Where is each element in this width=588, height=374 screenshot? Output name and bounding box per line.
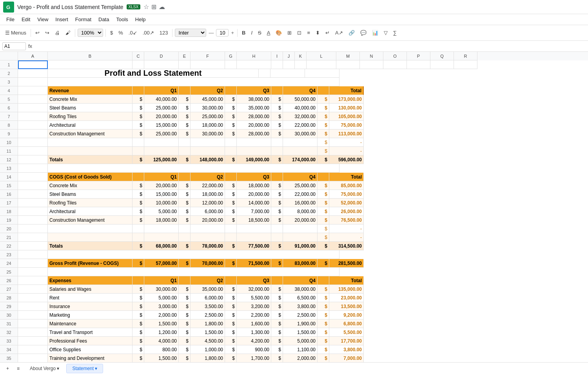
col-header-j[interactable]: J <box>283 52 295 60</box>
cloud-icon[interactable]: ☁ <box>159 3 165 11</box>
rev-row2-total[interactable]: 130,000.00 <box>329 104 364 112</box>
cell-title[interactable]: Profit and Loss Statement <box>48 69 259 78</box>
zoom-selector[interactable]: 100% 75% 50% 150% <box>78 29 103 37</box>
menu-data[interactable]: Data <box>95 15 112 24</box>
decimal-inc-button[interactable]: .00↗ <box>141 29 156 37</box>
sheet-menu-button[interactable]: ≡ <box>14 365 23 372</box>
rev-total-q3[interactable]: 149,000.00 <box>237 155 271 164</box>
percent-button[interactable]: % <box>116 29 125 37</box>
text-color-button[interactable]: A <box>265 29 272 37</box>
col-header-k[interactable]: K <box>295 52 307 60</box>
q3-header[interactable]: Q3 <box>237 86 271 95</box>
menu-help[interactable]: Help <box>132 15 149 24</box>
bold-button[interactable]: B <box>240 29 247 37</box>
paint-format-button[interactable]: 🖌 <box>64 29 73 37</box>
italic-button[interactable]: I <box>249 29 254 37</box>
rev-row1-q3[interactable]: 38,000.00 <box>237 95 271 104</box>
col-header-o[interactable]: O <box>383 52 407 60</box>
rev-total-q2[interactable]: 148,000.00 <box>191 155 225 164</box>
rev-row2-name[interactable]: Steel Beams <box>48 104 132 112</box>
wrap-button[interactable]: ↵ <box>323 29 332 37</box>
cell-f2[interactable] <box>259 69 270 78</box>
cell-q1[interactable] <box>430 60 454 69</box>
merge-button[interactable]: ⊡ <box>295 29 303 37</box>
cell-j1[interactable] <box>283 60 295 69</box>
cell-a2[interactable] <box>18 69 48 78</box>
print-button[interactable]: 🖨 <box>53 29 62 37</box>
cell-r1[interactable] <box>454 60 477 69</box>
cell-f1[interactable] <box>191 60 225 69</box>
menu-insert[interactable]: Insert <box>52 15 71 24</box>
menu-format[interactable]: Format <box>72 15 94 24</box>
font-size-increase[interactable]: + <box>231 30 234 36</box>
col-header-g[interactable]: G <box>225 52 237 60</box>
menu-view[interactable]: View <box>34 15 51 24</box>
cell-h1[interactable] <box>237 60 271 69</box>
menu-tools[interactable]: Tools <box>113 15 131 24</box>
col-header-n[interactable]: N <box>360 52 383 60</box>
menu-edit[interactable]: Edit <box>18 15 33 24</box>
menus-button[interactable]: ☰ Menus <box>3 29 28 37</box>
col-header-p[interactable]: P <box>407 52 430 60</box>
cell-d1[interactable] <box>144 60 179 69</box>
gross-profit-q4[interactable]: 83,000.00 <box>283 259 318 268</box>
rev-total-q1[interactable]: 125,000.00 <box>144 155 179 164</box>
formula-input[interactable] <box>34 43 586 49</box>
rev-row1-total[interactable]: 173,000.00 <box>329 95 364 104</box>
chart-button[interactable]: 📊 <box>370 29 380 37</box>
col-header-i[interactable]: I <box>271 52 283 60</box>
filter-button[interactable]: ▽ <box>382 29 390 37</box>
cell-c1[interactable] <box>132 60 144 69</box>
gross-profit-label[interactable]: Gross Profit (Revenue - COGS) <box>48 259 132 268</box>
col-header-m[interactable]: M <box>336 52 360 60</box>
gross-profit-total[interactable]: 281,500.00 <box>329 259 364 268</box>
sheet-tab-about-vergo[interactable]: About Vergo ▾ <box>24 364 65 373</box>
font-selector[interactable]: Inter Arial Times New Roman <box>175 29 206 37</box>
cogs-header[interactable]: COGS (Cost of Goods Sold) <box>48 173 132 181</box>
sheet-scroll[interactable]: A B C D E F G H I J K L M N O P Q R 1 <box>0 52 588 362</box>
gross-profit-q2[interactable]: 70,000.00 <box>191 259 225 268</box>
font-size-decrease[interactable]: — <box>209 30 214 36</box>
cell-b1[interactable] <box>48 60 132 69</box>
col-header-d[interactable]: D <box>144 52 179 60</box>
currency-button[interactable]: $ <box>108 29 115 37</box>
cell-p1[interactable] <box>407 60 430 69</box>
col-header-h[interactable]: H <box>237 52 271 60</box>
col-header-q[interactable]: Q <box>430 52 454 60</box>
strikethrough-button[interactable]: S <box>256 29 263 37</box>
redo-button[interactable]: ↪ <box>43 29 51 37</box>
gross-profit-q3[interactable]: 71,500.00 <box>237 259 271 268</box>
rev-row2-q2[interactable]: 30,000.00 <box>191 104 225 112</box>
function-button[interactable]: ∑ <box>391 29 399 37</box>
col-header-b[interactable]: B <box>48 52 132 60</box>
rev-row1-name[interactable]: Concrete Mix <box>48 95 132 104</box>
decimal-dec-button[interactable]: .0↙ <box>127 29 139 37</box>
col-header-f[interactable]: F <box>191 52 225 60</box>
revenue-header[interactable]: Revenue <box>48 86 132 95</box>
valign-button[interactable]: ⬍ <box>314 29 322 37</box>
rev-row2-q3[interactable]: 35,000.00 <box>237 104 271 112</box>
cell-reference-input[interactable] <box>2 42 26 50</box>
rev-row1-q2[interactable]: 45,000.00 <box>191 95 225 104</box>
menu-file[interactable]: File <box>3 15 18 24</box>
text-rotation-button[interactable]: A↗ <box>333 29 345 37</box>
borders-button[interactable]: ⊞ <box>285 29 294 37</box>
col-header-e[interactable]: E <box>179 52 191 60</box>
cell-h2[interactable] <box>305 69 339 78</box>
rev-row2-q4[interactable]: 40,000.00 <box>283 104 318 112</box>
rev-row2-q1[interactable]: 25,000.00 <box>144 104 179 112</box>
col-header-c[interactable]: C <box>132 52 144 60</box>
q4-header[interactable]: Q4 <box>283 86 318 95</box>
cell-g1[interactable] <box>225 60 237 69</box>
link-button[interactable]: 🔗 <box>347 29 357 37</box>
cell-m1[interactable] <box>336 60 360 69</box>
rev-total-total[interactable]: 596,000.00 <box>329 155 364 164</box>
rev-row1-q4[interactable]: 50,000.00 <box>283 95 318 104</box>
q1-header[interactable]: Q1 <box>144 86 179 95</box>
cell-n1[interactable] <box>360 60 383 69</box>
cell-l1[interactable] <box>307 60 336 69</box>
star-icon[interactable]: ☆ <box>143 3 149 11</box>
q2-header[interactable]: Q2 <box>191 86 225 95</box>
cell-e1[interactable] <box>179 60 191 69</box>
col-header-a[interactable]: A <box>18 52 48 60</box>
